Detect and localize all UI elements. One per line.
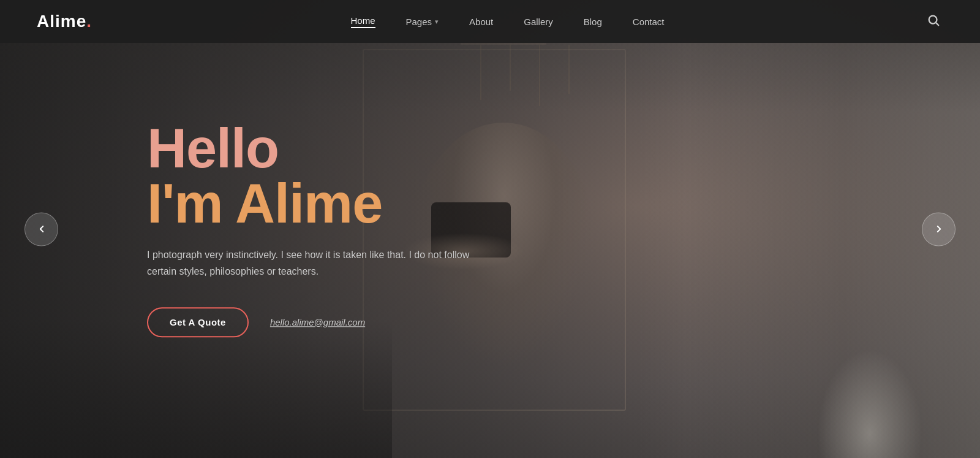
hero-email-link[interactable]: hello.alime@gmail.com bbox=[270, 317, 365, 327]
nav-item-gallery[interactable]: Gallery bbox=[524, 17, 553, 27]
get-quote-button[interactable]: Get A Quote bbox=[147, 307, 249, 337]
hero-section: Hello I'm Alime I photograph very instin… bbox=[0, 0, 980, 458]
nav-item-pages[interactable]: Pages ▾ bbox=[406, 17, 439, 27]
nav-item-about[interactable]: About bbox=[469, 17, 493, 27]
header-right bbox=[924, 10, 943, 33]
site-logo[interactable]: Alime . bbox=[37, 12, 91, 31]
nav-item-blog[interactable]: Blog bbox=[584, 17, 602, 27]
hero-content: Hello I'm Alime I photograph very instin… bbox=[147, 121, 484, 337]
logo-dot: . bbox=[86, 12, 91, 31]
logo-text: Alime bbox=[37, 12, 86, 31]
search-icon[interactable] bbox=[924, 10, 943, 33]
slider-prev-button[interactable] bbox=[24, 212, 58, 246]
nav-item-contact[interactable]: Contact bbox=[633, 17, 665, 27]
site-header: Alime . Home Pages ▾ About Gallery Blog … bbox=[0, 0, 980, 43]
nav-item-home[interactable]: Home bbox=[351, 15, 375, 28]
hero-name-text: I'm Alime bbox=[147, 176, 484, 231]
hero-description-text: I photograph very instinctively. I see h… bbox=[147, 246, 484, 280]
pages-chevron-icon: ▾ bbox=[435, 18, 439, 26]
main-nav: Home Pages ▾ About Gallery Blog Contact bbox=[351, 15, 665, 28]
hero-hello-text: Hello bbox=[147, 121, 484, 176]
hero-actions: Get A Quote hello.alime@gmail.com bbox=[147, 307, 484, 337]
svg-line-1 bbox=[936, 23, 938, 25]
slider-next-button[interactable] bbox=[922, 212, 956, 246]
